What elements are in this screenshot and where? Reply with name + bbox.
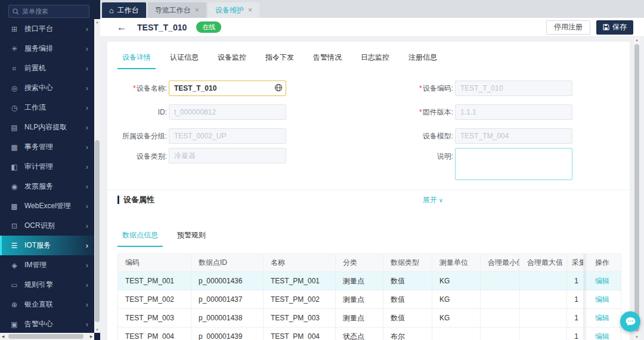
workflow-icon: ◷ [10, 104, 19, 112]
description-label: 说明: [407, 148, 453, 162]
main-vertical-scrollbar[interactable]: ▲ ▼ [634, 37, 640, 340]
webexcel-icon: ▩ [10, 202, 19, 211]
main-scroll-thumb[interactable] [634, 44, 639, 332]
table-row[interactable]: TEST_PM_003 p_000001438 TEST_PM_003 测量点 … [118, 309, 621, 327]
sidebar-menu: ⊞ 接口平台 › ✳ 服务编排 › ⌗ 前置机 › ◎ 搜索中心 › ◷ 工作流 [0, 19, 94, 334]
sidebar-item-im-mgmt[interactable]: ◈ IM管理 › [0, 255, 94, 275]
device-code-input [455, 81, 572, 96]
device-group-input [169, 128, 286, 144]
device-id-input [169, 104, 286, 120]
scroll-left-icon[interactable]: ◀ [0, 333, 6, 340]
description-textarea[interactable] [455, 148, 572, 180]
close-icon[interactable]: × [248, 6, 252, 14]
alert-center-icon: ▣ [10, 320, 19, 329]
device-code-label: *设备编码: [407, 84, 453, 94]
device-category-input [169, 148, 286, 163]
tab-guide-workbench[interactable]: 导览工作台 × [148, 2, 206, 18]
sidebar-scroll-thumb[interactable] [95, 140, 100, 322]
device-form: *设备名称: *设备编码: ID: *固件版本: [117, 76, 453, 185]
device-group-label: 所属设备分组: [117, 131, 167, 141]
orchestration-icon: ✳ [10, 45, 19, 53]
menu-search-box[interactable] [8, 5, 89, 18]
invoice-icon: ◉ [10, 183, 19, 191]
chat-bubble-icon [625, 317, 636, 327]
table-row[interactable]: TEST_PM_004 p_000001439 TEST_PM_004 状态点 … [118, 327, 621, 340]
table-row[interactable]: TEST_PM_001 p_000001436 TEST_PM_001 测量点 … [118, 272, 621, 290]
scroll-up-icon[interactable]: ▲ [94, 19, 100, 25]
edit-link[interactable]: 编辑 [595, 295, 609, 304]
device-id-label: ID: [117, 108, 167, 116]
workspace-tabbar: ⌂ 工作台 导览工作台 × 设备维护 × [100, 0, 644, 18]
sidebar-item-service-orchestration[interactable]: ✳ 服务编排 › [0, 39, 94, 58]
firmware-label: *固件版本: [407, 107, 453, 118]
scroll-right-icon[interactable]: ▶ [88, 333, 94, 340]
sidebar-item-api-platform[interactable]: ⊞ 接口平台 › [0, 19, 94, 39]
sidebar-item-bank-direct[interactable]: ⊕ 银企直联 › [0, 295, 94, 314]
tab-alarm-status[interactable]: 告警情况 [308, 48, 346, 69]
chevron-right-icon: › [86, 103, 88, 112]
required-asterisk: * [419, 84, 422, 92]
scroll-down-icon[interactable]: ▼ [634, 334, 640, 340]
sidebar-item-audit-mgmt[interactable]: ◧ 审计管理 › [0, 157, 94, 177]
app-screen: ⊞ 接口平台 › ✳ 服务编排 › ⌗ 前置机 › ◎ 搜索中心 › ◷ 工作流 [0, 0, 644, 340]
scroll-up-icon[interactable]: ▲ [634, 37, 640, 43]
expand-link[interactable]: 展开∨ [423, 195, 443, 205]
edit-link[interactable]: 编辑 [595, 332, 609, 340]
chevron-right-icon: › [86, 221, 88, 230]
sidebar-item-search-center[interactable]: ◎ 搜索中心 › [0, 78, 94, 98]
sidebar-item-front-machine[interactable]: ⌗ 前置机 › [0, 58, 94, 78]
table-row[interactable]: TEST_PM_002 p_000001437 TEST_PM_002 测量点 … [118, 290, 621, 309]
status-badge: 在线 [196, 21, 221, 33]
sidebar-item-transaction-mgmt[interactable]: ▦ 事务管理 › [0, 137, 94, 157]
tab-command-dispatch[interactable]: 指令下发 [261, 48, 299, 69]
sidebar-item-invoice-service[interactable]: ◉ 发票服务 › [0, 177, 94, 196]
scroll-down-icon[interactable]: ▼ [94, 327, 100, 333]
sidebar-horizontal-scrollbar[interactable]: ◀ ▶ [0, 333, 94, 340]
chevron-right-icon: › [86, 241, 88, 250]
device-attributes-section: 设备属性 展开∨ [117, 194, 443, 205]
tab-device-detail[interactable]: 设备详情 [117, 48, 156, 69]
sidebar-item-nlp-extraction[interactable]: ▤ NLP内容提取 › [0, 118, 94, 137]
tab-datapoint-info[interactable]: 数据点信息 [117, 225, 163, 247]
tab-auth-info[interactable]: 认证信息 [165, 48, 203, 69]
section-accent-bar [117, 196, 119, 204]
sidebar-vertical-scrollbar[interactable]: ▲ ▼ [94, 19, 100, 333]
tab-register-info[interactable]: 注册信息 [404, 48, 442, 69]
chevron-right-icon: › [86, 300, 88, 309]
search-center-icon: ◎ [10, 84, 19, 92]
chat-support-button[interactable] [620, 311, 640, 332]
sidebar-item-ocr[interactable]: ⊡ OCR识别 › [0, 216, 94, 236]
close-icon[interactable]: × [195, 6, 199, 14]
sidebar-item-webexcel-mgmt[interactable]: ▩ WebExcel管理 › [0, 196, 94, 216]
sidebar-item-workflow[interactable]: ◷ 工作流 › [0, 98, 94, 118]
device-name-input[interactable] [169, 81, 286, 96]
rule-engine-icon: ▭ [10, 281, 19, 289]
edit-link[interactable]: 编辑 [595, 277, 609, 285]
sidebar-item-iot-service[interactable]: ☰ IOT服务 › [0, 236, 94, 255]
tab-alert-rules[interactable]: 预警规则 [172, 225, 210, 247]
tab-workbench[interactable]: ⌂ 工作台 [102, 2, 146, 18]
chevron-right-icon: › [86, 24, 88, 33]
ocr-icon: ⊡ [10, 222, 19, 230]
save-icon [603, 24, 609, 30]
datapoint-tabs: 数据点信息 预警规则 [117, 225, 220, 247]
deactivate-register-button[interactable]: 停用注册 [546, 20, 590, 35]
tab-log-monitor[interactable]: 日志监控 [356, 48, 394, 69]
back-arrow-icon[interactable]: ← [117, 23, 126, 32]
datapoint-table: 编码 数据点ID 名称 分类 数据类型 测量单位 合理最小值 合理最大值 采集 … [117, 254, 621, 340]
save-button[interactable]: 保存 [596, 20, 633, 35]
required-asterisk: * [133, 84, 136, 92]
sidebar-hscroll-thumb[interactable] [8, 334, 83, 339]
required-asterisk: * [419, 108, 422, 116]
menu-search-input[interactable] [22, 8, 85, 15]
globe-icon[interactable] [274, 84, 283, 92]
tab-device-monitor[interactable]: 设备监控 [213, 48, 251, 69]
chevron-right-icon: › [86, 202, 88, 211]
section-divider [107, 190, 630, 190]
sidebar-item-rule-engine[interactable]: ▭ 规则引擎 › [0, 275, 94, 295]
page-title: TEST_T_010 [137, 23, 187, 32]
edit-link[interactable]: 编辑 [595, 314, 609, 322]
sidebar-item-alert-center[interactable]: ▣ 告警中心 › [0, 314, 94, 334]
tab-device-maintenance[interactable]: 设备维护 × [208, 2, 259, 18]
device-model-input [455, 128, 572, 144]
